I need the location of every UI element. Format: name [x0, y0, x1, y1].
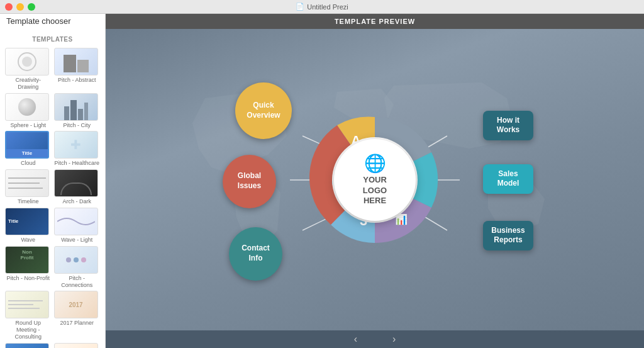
minimize-button[interactable] [16, 3, 24, 11]
center-logo-text: YOURLOGOHERE [363, 175, 387, 207]
template-thumb-pitch-abstract [54, 48, 98, 76]
template-item-sphere-light[interactable]: Sphere - Light [5, 93, 52, 129]
template-item-creativity-drawing[interactable]: Creativity-Drawing [5, 48, 52, 91]
template-item-around-topic[interactable]: Around a Topic [5, 343, 52, 348]
template-label: Pitch - City [54, 122, 101, 129]
template-item-pitch-abstract[interactable]: Pitch - Abstract [54, 48, 101, 91]
template-label: Creativity-Drawing [5, 77, 52, 91]
template-thumb-sphere-light [5, 93, 49, 121]
template-thumb-2017-planner: 2017 [54, 291, 98, 318]
infographic-diagram: A ⚙ C 📊 3 🌐 🌐 YOURLOG [192, 48, 557, 312]
template-thumb-cloud: Title [5, 131, 49, 159]
template-thumb-pitch-connections [54, 246, 98, 274]
template-item-wave[interactable]: Title Wave [5, 208, 52, 244]
template-item-wave-light[interactable]: Wave - Light [54, 208, 101, 244]
center-circle: 🌐 YOURLOGOHERE [334, 139, 416, 221]
templates-grid: Creativity-Drawing Pitch - Abstract [0, 45, 105, 348]
template-thumb-arch-dark [54, 169, 98, 197]
template-label: Timeline [5, 198, 52, 205]
template-thumb-wave: Title [5, 208, 49, 235]
nav-bar: ‹ › [106, 330, 644, 348]
template-thumb-pitch-city [54, 93, 98, 121]
template-item-arch-dark[interactable]: Arch - Dark [54, 169, 101, 205]
main-layout: Template chooser TEMPLATES Creativity-Dr… [0, 14, 644, 348]
template-label: Pitch - Non-Profit [5, 275, 52, 282]
template-label: 2017 Planner [54, 320, 101, 327]
template-item-pitch-city[interactable]: Pitch - City [54, 93, 101, 129]
window-title: 📄 Untitled Prezi [296, 3, 348, 11]
template-thumb-creativity [5, 48, 49, 76]
template-item-roundup-consulting[interactable]: Round Up Meeting - Consulting [5, 291, 52, 340]
template-item-pitch-healthcare[interactable]: ✚ Pitch - Healthcare [54, 131, 101, 167]
close-button[interactable] [5, 3, 13, 11]
bubble-contact-info[interactable]: ContactInfo [229, 227, 282, 281]
prev-arrow[interactable]: ‹ [349, 331, 362, 347]
traffic-lights [5, 3, 35, 11]
bubble-global-issues[interactable]: GlobalIssues [223, 155, 276, 208]
titlebar: 📄 Untitled Prezi [0, 0, 644, 14]
bubble-quick-overview[interactable]: QuickOverview [235, 82, 292, 139]
preview-content: A ⚙ C 📊 3 🌐 🌐 YOURLOG [106, 29, 644, 330]
template-label: Wave [5, 237, 52, 244]
maximize-button[interactable] [28, 3, 35, 11]
next-arrow[interactable]: › [387, 331, 401, 347]
bubble-business-reports[interactable]: BusinessReports [483, 221, 533, 250]
templates-section-label: TEMPLATES [0, 31, 105, 45]
template-label: Pitch - Healthcare [54, 160, 101, 167]
bubble-how-it-works[interactable]: How itWorks [483, 111, 533, 140]
template-thumb-timeline [5, 169, 49, 197]
globe-icon: 🌐 [364, 153, 386, 174]
template-item-timeline[interactable]: Timeline [5, 169, 52, 205]
document-icon: 📄 [296, 3, 304, 11]
template-thumb-pitch-healthcare: ✚ [54, 131, 98, 159]
template-label: Round Up Meeting - Consulting [5, 320, 52, 340]
template-thumb-roundup-consulting [5, 291, 49, 318]
template-label: Cloud [5, 160, 52, 167]
template-item-cloud[interactable]: Title Cloud [5, 131, 52, 167]
template-item-sphere-linear[interactable]: Sphere Linear - Light [54, 343, 101, 348]
bubble-sales-model[interactable]: SalesModel [483, 164, 533, 194]
sidebar: Template chooser TEMPLATES Creativity-Dr… [0, 14, 106, 348]
template-thumb-around-topic [5, 343, 49, 348]
template-item-pitch-nonprofit[interactable]: NonProfit Pitch - Non-Profit [5, 246, 52, 289]
content-area: TEMPLATE PREVIEW [106, 14, 644, 348]
template-thumb-sphere-linear [54, 343, 98, 348]
preview-header: TEMPLATE PREVIEW [106, 14, 644, 29]
app-title: Template chooser [0, 14, 105, 31]
template-thumb-pitch-nonprofit: NonProfit [5, 246, 49, 274]
template-label: Pitch - Abstract [54, 77, 101, 84]
template-thumb-wave-light [54, 208, 98, 235]
template-label: Wave - Light [54, 237, 101, 244]
template-item-2017-planner[interactable]: 2017 2017 Planner [54, 291, 101, 340]
template-label: Sphere - Light [5, 122, 52, 129]
template-label: Arch - Dark [54, 198, 101, 205]
template-label: Pitch - Connections [54, 275, 101, 289]
template-item-pitch-connections[interactable]: Pitch - Connections [54, 246, 101, 289]
